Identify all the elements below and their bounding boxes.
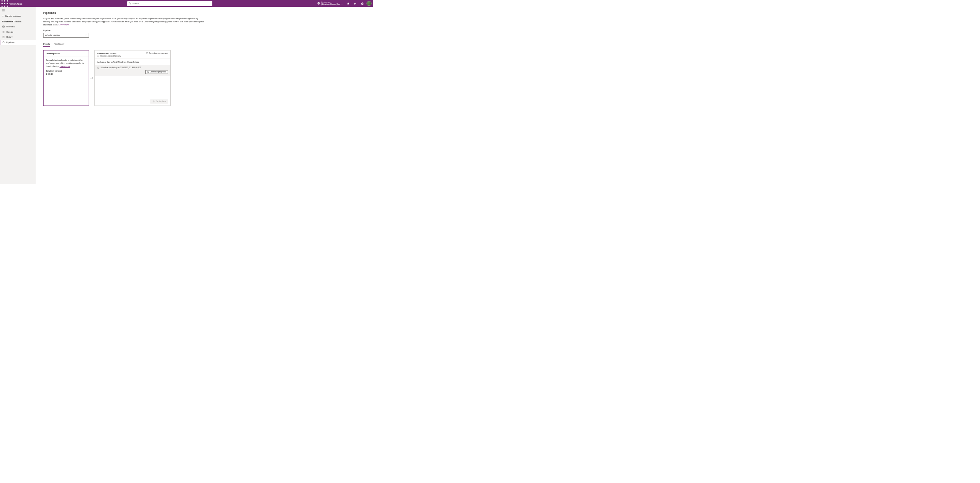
stage-card-header: asheehi Dev to Test [Pipelines Master] T…	[95, 50, 170, 59]
search-icon	[129, 2, 131, 5]
svg-rect-9	[2, 10, 5, 10]
bell-icon	[347, 2, 350, 5]
cancel-deployment-button[interactable]: Cancel deployment	[145, 70, 168, 74]
nav-label: Objects	[6, 31, 13, 33]
body-wrap: Back to solutions Northwind Traders Over…	[0, 7, 373, 184]
topbar-center	[22, 1, 318, 6]
solution-version-label: Solution version	[46, 70, 86, 73]
waffle-icon	[1, 0, 8, 7]
nav-overview[interactable]: Overview	[0, 24, 36, 29]
stage-title: asheehi Dev to Test	[97, 52, 121, 55]
environment-name: [Pipelines Master] Dev ...	[321, 3, 343, 5]
rocket-icon	[2, 41, 5, 44]
nav-objects[interactable]: Objects	[0, 29, 36, 35]
help-button[interactable]	[359, 0, 366, 7]
svg-point-2	[7, 0, 8, 2]
main-content: Pipelines As your app advances, you'll s…	[36, 7, 373, 184]
svg-point-21	[3, 42, 4, 42]
objects-icon	[2, 31, 5, 33]
stage-description: Anthony's Dev to Test [Pipelines Master]…	[95, 59, 170, 65]
chevron-down-icon	[85, 34, 87, 36]
hamburger-icon	[2, 9, 5, 12]
svg-point-5	[7, 3, 8, 4]
notifications-button[interactable]	[345, 0, 351, 7]
nav-pipelines[interactable]: Pipelines	[0, 40, 36, 45]
overview-icon	[2, 25, 5, 28]
arrow-right-icon	[89, 76, 94, 80]
info-icon	[97, 67, 99, 69]
svg-point-8	[7, 5, 8, 7]
stage-environment: [Pipelines Master] Test Env	[97, 55, 121, 57]
history-icon	[2, 36, 5, 38]
external-link-icon	[146, 52, 148, 54]
gear-icon	[354, 2, 356, 5]
stage-card-footer: Deploy here	[95, 97, 170, 106]
user-avatar[interactable]	[366, 1, 371, 6]
intro-learn-more-link[interactable]: Learn more	[59, 23, 69, 26]
svg-rect-10	[2, 10, 5, 11]
goto-environment-link[interactable]: Go to this environment	[146, 52, 168, 54]
app-name: Power Apps	[9, 2, 22, 5]
scheduled-text: Scheduled to deploy on 5/26/2023, 11:45 …	[101, 67, 141, 69]
pipeline-selected-value: asheehi pipeline	[45, 34, 60, 36]
svg-point-6	[2, 5, 3, 7]
pipeline-cards-row: Development Securely test and verify in …	[43, 50, 366, 106]
svg-point-7	[4, 5, 5, 7]
svg-rect-11	[2, 11, 5, 12]
development-card: Development Securely test and verify in …	[43, 50, 89, 106]
stage-env-name: [Pipelines Master] Test Env	[100, 55, 121, 57]
topbar-right: Environment [Pipelines Master] Dev ...	[317, 0, 371, 7]
app-topbar: Power Apps Environment [Pipelines Master…	[0, 0, 373, 7]
collapse-sidebar-button[interactable]	[1, 8, 7, 13]
help-icon	[361, 2, 364, 5]
environment-text: Environment [Pipelines Master] Dev ...	[321, 2, 343, 5]
svg-point-26	[153, 101, 154, 101]
nav-history[interactable]: History	[0, 35, 36, 40]
deploy-label: Deploy here	[156, 101, 166, 102]
environment-icon	[317, 2, 320, 5]
svg-rect-12	[3, 26, 5, 27]
solution-version-value: 1.0.0.13	[46, 73, 86, 76]
page-title: Pipelines	[43, 11, 366, 15]
svg-point-4	[4, 3, 5, 4]
back-to-solutions[interactable]: Back to solutions	[0, 13, 36, 19]
rocket-icon	[153, 101, 155, 102]
close-icon	[147, 71, 149, 73]
dev-learn-more-link[interactable]: Learn more	[60, 65, 70, 67]
stage-card: asheehi Dev to Test [Pipelines Master] T…	[94, 50, 171, 106]
global-search[interactable]	[127, 1, 212, 6]
app-launcher-button[interactable]	[1, 0, 8, 7]
intro-paragraph: As your app advances, you'll start shari…	[43, 17, 205, 27]
left-sidebar: Back to solutions Northwind Traders Over…	[0, 7, 36, 184]
arrow-left-icon	[2, 15, 4, 17]
development-card-title: Development	[44, 50, 89, 57]
pipeline-tabs: Details Run history	[43, 42, 366, 47]
pipeline-dropdown[interactable]: asheehi pipeline	[43, 33, 89, 38]
nav-label: History	[6, 36, 13, 38]
svg-point-3	[2, 3, 3, 4]
svg-point-0	[2, 0, 3, 2]
scheduled-banner: Scheduled to deploy on 5/26/2023, 11:45 …	[95, 65, 170, 76]
search-input[interactable]	[132, 2, 211, 5]
environment-picker[interactable]: Environment [Pipelines Master] Dev ...	[317, 2, 343, 5]
tab-run-history[interactable]: Run history	[54, 42, 64, 47]
nav-label: Overview	[6, 25, 15, 28]
cancel-label: Cancel deployment	[150, 71, 166, 73]
solution-name: Northwind Traders	[0, 19, 36, 24]
stage-arrow	[89, 76, 94, 80]
tab-details[interactable]: Details	[43, 42, 50, 47]
deploy-here-button: Deploy here	[150, 99, 168, 104]
back-label: Back to solutions	[5, 15, 21, 17]
clock-icon	[97, 55, 99, 57]
svg-point-1	[4, 0, 5, 2]
nav-label: Pipelines	[6, 41, 15, 44]
settings-button[interactable]	[352, 0, 358, 7]
pipeline-field-label: Pipeline	[43, 29, 366, 32]
goto-env-label: Go to this environment	[149, 52, 168, 54]
development-card-body: Securely test and verify in isolation. A…	[44, 57, 89, 106]
